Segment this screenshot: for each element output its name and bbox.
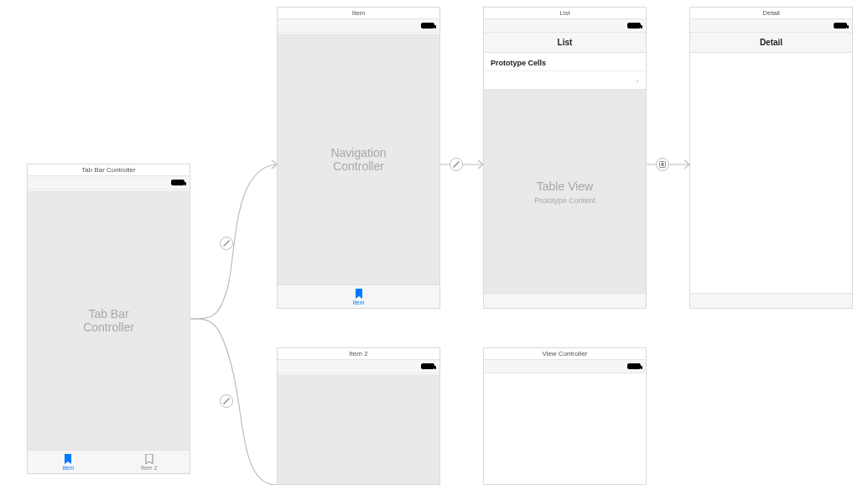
toolbar bbox=[484, 293, 646, 308]
table-view[interactable]: Prototype Cells › Table View Prototype C… bbox=[484, 54, 646, 293]
scene-item-nav[interactable]: Item Navigation Controller Item bbox=[277, 7, 440, 309]
content-area: Navigation Controller bbox=[278, 34, 439, 284]
bookmark-icon bbox=[355, 289, 363, 299]
tab-label: Item 2 bbox=[141, 465, 157, 471]
content-area bbox=[690, 54, 852, 293]
nav-title: Detail bbox=[760, 38, 782, 47]
svg-rect-1 bbox=[662, 163, 664, 166]
bookmark-icon bbox=[145, 454, 153, 464]
relationship-segue-icon[interactable] bbox=[220, 237, 233, 250]
battery-icon bbox=[627, 23, 641, 29]
tab-bar: Item bbox=[278, 284, 439, 308]
tab-item-2[interactable]: Item 2 bbox=[109, 451, 190, 473]
status-bar bbox=[28, 176, 190, 190]
tab-bar: Item Item 2 bbox=[28, 450, 190, 473]
tab-label: Item bbox=[353, 300, 365, 305]
table-placeholder: Table View Prototype Content bbox=[534, 180, 595, 205]
segue-tabbar-to-item bbox=[190, 159, 277, 327]
segue-tabbar-to-item2 bbox=[190, 319, 277, 485]
status-bar bbox=[278, 360, 439, 373]
scene-title: Tab Bar Controller bbox=[28, 164, 190, 176]
status-bar bbox=[484, 360, 646, 373]
root-segue-icon[interactable] bbox=[450, 158, 463, 171]
scene-title: Item bbox=[278, 8, 439, 19]
prototype-cells-header: Prototype Cells bbox=[484, 54, 646, 71]
nav-title: List bbox=[558, 38, 573, 47]
scene-title: View Controller bbox=[484, 348, 646, 360]
content-area: Tab Bar Controller bbox=[28, 190, 190, 450]
bookmark-icon bbox=[64, 454, 72, 464]
content-area bbox=[278, 374, 439, 484]
scene-title: Item 2 bbox=[278, 348, 439, 360]
tab-item[interactable]: Item bbox=[278, 285, 439, 308]
placeholder-label: Tab Bar Controller bbox=[68, 307, 149, 334]
prototype-cell[interactable]: › bbox=[484, 71, 646, 90]
scene-title: Detail bbox=[690, 8, 852, 19]
tab-label: Item bbox=[62, 465, 74, 471]
scene-view-controller[interactable]: View Controller bbox=[483, 347, 647, 485]
battery-icon bbox=[171, 180, 185, 185]
show-segue-icon[interactable] bbox=[656, 158, 669, 171]
scene-list[interactable]: List List Prototype Cells › Table View P… bbox=[483, 7, 647, 309]
tab-item-1[interactable]: Item bbox=[28, 451, 109, 473]
navigation-bar: Detail bbox=[690, 33, 852, 53]
status-bar bbox=[690, 19, 852, 33]
navigation-bar: List bbox=[484, 33, 646, 53]
scene-item2[interactable]: Item 2 bbox=[277, 347, 440, 485]
battery-icon bbox=[627, 363, 641, 369]
disclosure-chevron-icon: › bbox=[636, 76, 639, 86]
battery-icon bbox=[421, 363, 434, 369]
relationship-segue-icon[interactable] bbox=[220, 394, 233, 408]
battery-icon bbox=[421, 23, 434, 29]
scene-title: List bbox=[484, 8, 646, 19]
battery-icon bbox=[834, 23, 847, 29]
placeholder-label: Navigation Controller bbox=[318, 146, 399, 173]
status-bar bbox=[278, 19, 439, 33]
scene-tab-bar-controller[interactable]: Tab Bar Controller Tab Bar Controller It… bbox=[27, 164, 190, 474]
status-bar bbox=[484, 19, 646, 33]
content-area bbox=[484, 374, 646, 484]
scene-detail[interactable]: Detail Detail bbox=[689, 7, 853, 309]
toolbar bbox=[690, 293, 852, 308]
